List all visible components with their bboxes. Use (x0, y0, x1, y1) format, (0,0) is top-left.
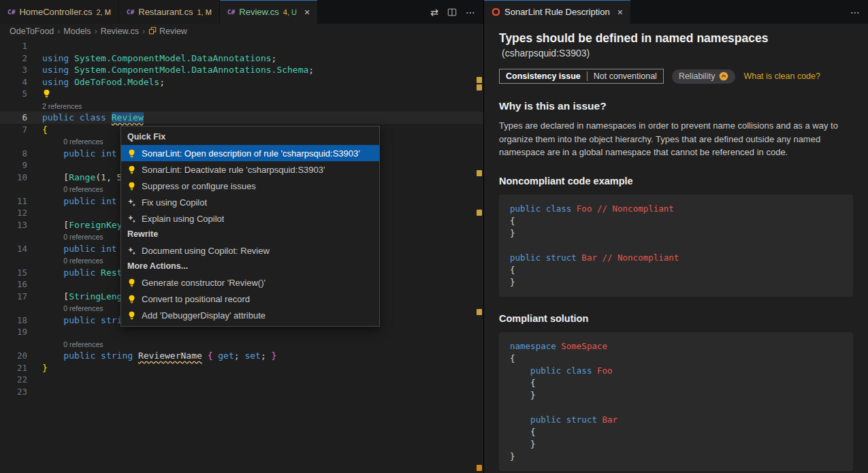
line-number[interactable]: 15 (0, 267, 27, 279)
line-number[interactable]: 5 (0, 88, 27, 100)
ruler-marker[interactable] (477, 210, 482, 216)
line-number[interactable]: 10 (0, 172, 27, 184)
line-number[interactable]: 2 (0, 52, 27, 65)
lightbulb-icon[interactable] (42, 88, 51, 99)
ruler-marker[interactable] (477, 170, 482, 176)
quickfix-item[interactable]: Fix using Copilot (121, 194, 379, 210)
code-row: 5 (0, 88, 483, 100)
code-line: } (510, 451, 842, 463)
code-row: 22 (0, 374, 483, 386)
more-actions-icon[interactable]: ⋯ (466, 7, 475, 18)
line-number[interactable]: 23 (0, 386, 27, 398)
code-line: public class Foo // Noncompliant (510, 203, 842, 215)
code-line: { (510, 377, 842, 389)
copilot-sparkle-icon (127, 214, 137, 223)
codelens-references[interactable]: 0 references (63, 303, 103, 315)
ruler-marker[interactable] (477, 77, 482, 83)
quickfix-item[interactable]: Document using Copilot: Review (121, 242, 379, 259)
code-line (510, 240, 842, 252)
rule-title: Types should be defined in named namespa… (499, 31, 853, 60)
quickfix-item-label: Explain using Copilot (142, 214, 224, 224)
line-number[interactable]: 11 (0, 195, 27, 208)
code-row: 3using System.ComponentModel.DataAnnotat… (0, 64, 483, 76)
noncompliant-heading: Noncompliant code example (499, 176, 853, 186)
breadcrumb: OdeToFood›Models›Review.cs›Review (0, 24, 483, 39)
line-number[interactable]: 19 (0, 326, 27, 338)
quickfix-item[interactable]: Generate constructor 'Review()' (121, 274, 379, 291)
open-changes-icon[interactable]: ⇄ (430, 7, 438, 18)
tab-review-cs[interactable]: C#Review.cs4, U× (220, 0, 318, 24)
compliant-heading: Compliant solution (499, 313, 853, 324)
ruler-marker[interactable] (477, 309, 482, 315)
tab-homecontroller-cs[interactable]: C#HomeController.cs2, M (0, 0, 119, 24)
breadcrumb-item-models[interactable]: Models (63, 27, 91, 36)
line-number[interactable]: 18 (0, 314, 27, 327)
rule-title-text: Types should be defined in named namespa… (499, 31, 768, 45)
ruler-marker[interactable] (477, 84, 482, 91)
issue-type-badge: Consistency issue Not conventional (499, 69, 664, 84)
code-line: { (510, 264, 842, 276)
line-number[interactable]: 21 (0, 362, 27, 374)
quickfix-item-label: Fix using Copilot (142, 197, 207, 208)
left-tab-bar: C#HomeController.cs2, MC#Restaurant.cs1,… (0, 0, 483, 24)
line-number[interactable]: 17 (0, 291, 27, 303)
line-number[interactable]: 7 (0, 124, 27, 136)
line-number[interactable]: 14 (0, 243, 27, 255)
quickfix-item[interactable]: Convert to positional record (121, 291, 379, 307)
right-tab-bar: SonarLint Rule Description × ⋯ (484, 0, 868, 24)
codelens-references[interactable]: 0 references (63, 255, 103, 267)
codelens-references[interactable]: 0 references (63, 231, 103, 244)
quickfix-item[interactable]: SonarLint: Deactivate rule 'csharpsquid:… (121, 161, 379, 178)
close-icon[interactable]: × (304, 7, 310, 17)
copilot-sparkle-icon (127, 198, 137, 207)
line-number (0, 231, 27, 243)
line-number (0, 302, 27, 314)
line-number[interactable]: 16 (0, 278, 27, 291)
quickfix-item-label: SonarLint: Deactivate rule 'csharpsquid:… (142, 165, 325, 175)
close-icon[interactable]: × (617, 7, 623, 17)
tab-restaurant-cs[interactable]: C#Restaurant.cs1, M (119, 0, 220, 24)
breadcrumb-separator: › (57, 27, 60, 36)
line-number[interactable]: 12 (0, 207, 27, 219)
quickfix-item[interactable]: SonarLint: Open description of rule 'csh… (121, 145, 379, 161)
codelens-row: 2 references (0, 100, 483, 112)
code-line: } (510, 389, 842, 402)
breadcrumb-item-review-cs[interactable]: Review.cs (101, 27, 139, 36)
code-row: 21} (0, 362, 483, 374)
codelens-references[interactable]: 0 references (63, 184, 103, 196)
editor-actions: ⇄ ⋯ (422, 0, 483, 24)
line-number[interactable]: 22 (0, 374, 27, 386)
line-number[interactable]: 6 (0, 112, 27, 124)
line-number[interactable]: 3 (0, 64, 27, 76)
codelens-references[interactable]: 0 references (63, 136, 103, 148)
line-number[interactable]: 1 (0, 40, 27, 52)
codelens-references[interactable]: 2 references (42, 101, 82, 113)
lightbulb-icon (127, 182, 137, 191)
quickfix-item[interactable]: Add 'DebuggerDisplay' attribute (121, 307, 379, 323)
breadcrumb-item-review[interactable]: Review (148, 27, 187, 36)
split-editor-icon[interactable] (447, 7, 457, 17)
line-number[interactable]: 8 (0, 148, 27, 160)
codelens-row: 0 references (0, 338, 483, 350)
rule-description-panel: Types should be defined in named namespa… (484, 24, 868, 473)
line-number[interactable]: 4 (0, 76, 27, 88)
ruler-marker[interactable] (477, 465, 482, 471)
csharp-file-icon: C# (127, 8, 134, 16)
lightbulb-icon (127, 165, 137, 174)
quickfix-item-label: SonarLint: Open description of rule 'csh… (142, 148, 360, 159)
panel-actions: ⋯ (842, 0, 868, 24)
code-line (510, 402, 842, 414)
quickfix-item[interactable]: Explain using Copilot (121, 210, 379, 227)
overview-ruler[interactable] (476, 39, 483, 473)
codelens-references[interactable]: 0 references (63, 339, 103, 351)
breadcrumb-separator: › (142, 27, 145, 36)
line-number[interactable]: 9 (0, 159, 27, 172)
more-actions-icon[interactable]: ⋯ (850, 7, 860, 18)
line-number[interactable]: 20 (0, 350, 27, 362)
code-line: namespace SomeSpace (510, 340, 842, 353)
clean-code-link[interactable]: What is clean code? (743, 71, 820, 81)
line-number[interactable]: 13 (0, 219, 27, 231)
quickfix-item[interactable]: Suppress or configure issues (121, 178, 379, 194)
breadcrumb-item-odetofood[interactable]: OdeToFood (10, 27, 54, 36)
tab-sonarlint-rule-description[interactable]: SonarLint Rule Description × (484, 0, 631, 24)
